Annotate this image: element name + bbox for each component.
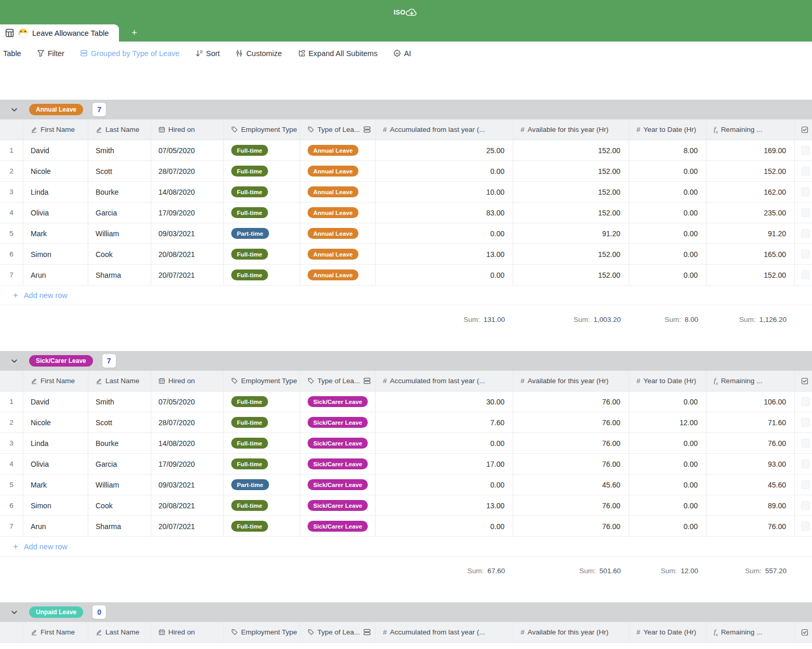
cell-last[interactable]: Garcia [88, 454, 151, 475]
cell-remaining[interactable]: 71.60 [707, 412, 795, 433]
add-new-row-button[interactable]: +Add new row [0, 286, 812, 305]
cell-available[interactable]: 45.60 [513, 475, 629, 495]
cell-leave[interactable]: Sick/Carer Leave [300, 495, 376, 516]
cell-ytd[interactable]: 0.00 [629, 202, 707, 223]
cell-remaining[interactable]: 76.00 [707, 516, 795, 537]
table-grid-icon[interactable] [5, 29, 14, 37]
cell-available[interactable]: 76.00 [513, 391, 629, 412]
cell-first[interactable]: Linda [23, 433, 88, 454]
cell-first[interactable]: David [23, 140, 88, 161]
column-header-ytd[interactable]: #Year to Date (Hr) [629, 119, 707, 140]
sum-available[interactable]: Sum:1,003.20 [513, 309, 629, 329]
tab-leave-allowance-table[interactable]: Leave Allowance Table [0, 24, 119, 42]
cell-hired[interactable]: 07/05/2020 [151, 140, 224, 161]
cell-ytd[interactable]: 0.00 [629, 391, 707, 412]
cell-available[interactable]: 76.00 [513, 516, 629, 537]
cell-ytd[interactable]: 0.00 [629, 182, 707, 202]
toolbar-ai-button[interactable]: AIAI [393, 49, 411, 58]
row-checkbox[interactable] [795, 140, 812, 161]
add-new-row-button[interactable]: +Add new row [0, 537, 812, 557]
cell-employment[interactable]: Full-time [224, 140, 300, 161]
cell-leave[interactable]: Annual Leave [300, 140, 376, 161]
cell-hired[interactable]: 20/08/2021 [151, 244, 224, 265]
cell-employment[interactable]: Full-time [224, 161, 300, 182]
cell-leave[interactable]: Sick/Carer Leave [300, 433, 376, 454]
column-header-check[interactable] [795, 371, 812, 391]
cell-hired[interactable]: 20/07/2021 [151, 265, 224, 286]
cell-available[interactable]: 152.00 [513, 265, 629, 286]
cell-first[interactable]: Nicole [23, 412, 88, 433]
cell-leave[interactable]: Sick/Carer Leave [300, 391, 376, 412]
cell-leave[interactable]: Annual Leave [300, 265, 376, 286]
cell-first[interactable]: Linda [23, 182, 88, 202]
toolbar-customize-button[interactable]: Customize [235, 49, 282, 58]
row-checkbox[interactable] [795, 161, 812, 182]
cell-last[interactable]: Garcia [88, 202, 151, 223]
row-checkbox[interactable] [795, 244, 812, 265]
cell-ytd[interactable]: 0.00 [629, 454, 707, 475]
cell-accumulated[interactable]: 0.00 [376, 161, 513, 182]
cell-hired[interactable]: 17/09/2020 [151, 202, 224, 223]
sum-ytd[interactable]: Sum:8.00 [629, 309, 707, 329]
cell-accumulated[interactable]: 0.00 [376, 475, 513, 495]
column-header-hired[interactable]: Hired on [151, 119, 224, 140]
cell-employment[interactable]: Full-time [224, 454, 300, 475]
column-header-check[interactable] [795, 119, 812, 140]
cell-employment[interactable]: Part-time [224, 223, 300, 244]
checkbox[interactable] [801, 208, 810, 217]
cell-available[interactable]: 152.00 [513, 202, 629, 223]
cell-last[interactable]: William [88, 223, 151, 244]
column-header-remaining[interactable]: fxRemaining ... [707, 119, 795, 140]
checkbox[interactable] [801, 229, 810, 238]
cell-remaining[interactable]: 91.20 [707, 223, 795, 244]
sum-accumulated[interactable]: Sum:131.00 [376, 309, 513, 329]
column-header-available[interactable]: #Available for this year (Hr) [513, 119, 629, 140]
cell-last[interactable]: Sharma [88, 516, 151, 537]
checkbox[interactable] [801, 250, 810, 259]
cell-accumulated[interactable]: 0.00 [376, 516, 513, 537]
cell-leave[interactable]: Sick/Carer Leave [300, 412, 376, 433]
cell-ytd[interactable]: 0.00 [629, 516, 707, 537]
cell-first[interactable]: Simon [23, 495, 88, 516]
cell-hired[interactable]: 28/07/2020 [151, 161, 224, 182]
row-checkbox[interactable] [795, 223, 812, 244]
column-header-accumulated[interactable]: #Accumulated from last year (... [376, 119, 513, 140]
column-header-employment[interactable]: Employment Type [224, 371, 300, 391]
column-header-ytd[interactable]: #Year to Date (Hr) [629, 622, 707, 643]
cell-accumulated[interactable]: 0.00 [376, 433, 513, 454]
cell-last[interactable]: Sharma [88, 265, 151, 286]
column-header-leave[interactable]: Type of Lea... [300, 622, 376, 643]
row-checkbox[interactable] [795, 516, 812, 537]
cell-available[interactable]: 152.00 [513, 244, 629, 265]
cell-last[interactable]: Smith [88, 140, 151, 161]
view-type-button[interactable]: Table [3, 49, 21, 58]
cell-remaining[interactable]: 165.00 [707, 244, 795, 265]
checkbox[interactable] [801, 522, 810, 531]
cell-hired[interactable]: 28/07/2020 [151, 412, 224, 433]
cell-leave[interactable]: Annual Leave [300, 182, 376, 202]
cell-remaining[interactable]: 93.00 [707, 454, 795, 475]
row-checkbox[interactable] [795, 265, 812, 286]
cell-ytd[interactable]: 0.00 [629, 495, 707, 516]
cell-last[interactable]: Bourke [88, 433, 151, 454]
cell-first[interactable]: Mark [23, 223, 88, 244]
cell-first[interactable]: Mark [23, 475, 88, 495]
column-header-last[interactable]: Last Name [88, 622, 151, 643]
column-header-last[interactable]: Last Name [88, 371, 151, 391]
add-new-row-button[interactable]: +Add new row [0, 643, 812, 649]
cell-employment[interactable]: Full-time [224, 433, 300, 454]
cell-accumulated[interactable]: 0.00 [376, 265, 513, 286]
cell-hired[interactable]: 14/08/2020 [151, 433, 224, 454]
sum-remaining[interactable]: Sum:1,126.20 [707, 309, 795, 329]
cell-leave[interactable]: Sick/Carer Leave [300, 516, 376, 537]
column-header-leave[interactable]: Type of Lea... [300, 371, 376, 391]
toolbar-grouped-button[interactable]: Grouped by Type of Leave [80, 49, 180, 58]
column-header-employment[interactable]: Employment Type [224, 622, 300, 643]
sum-accumulated[interactable]: Sum:67.60 [376, 561, 513, 580]
cell-employment[interactable]: Full-time [224, 182, 300, 202]
cell-available[interactable]: 76.00 [513, 495, 629, 516]
cell-leave[interactable]: Sick/Carer Leave [300, 454, 376, 475]
cell-employment[interactable]: Full-time [224, 391, 300, 412]
toolbar-sort-button[interactable]: Sort [195, 49, 220, 58]
cell-employment[interactable]: Full-time [224, 495, 300, 516]
